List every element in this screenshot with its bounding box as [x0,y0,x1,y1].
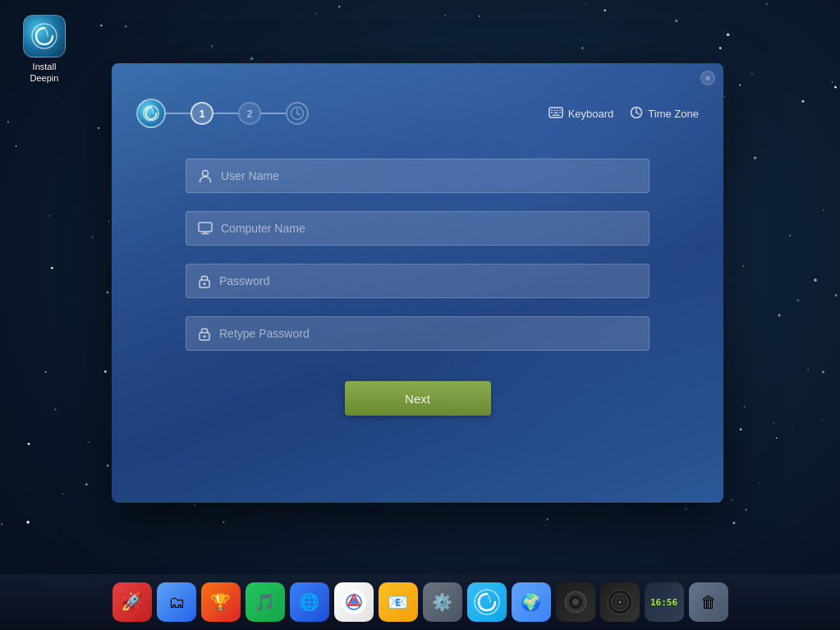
timezone-button[interactable]: Time Zone [630,106,699,122]
music-icon: 🎵 [255,592,275,612]
svg-rect-11 [553,112,558,113]
titlebar: × [112,63,723,93]
computername-group [186,211,650,246]
svg-rect-10 [551,112,553,113]
trash-icon: 🗑 [700,593,717,612]
keyboard-button[interactable]: Keyboard [549,107,614,121]
form-area: Next [112,134,723,440]
dock-item-clock[interactable]: 16:56 [645,582,684,622]
dock-item-mail[interactable]: 📧 [379,582,418,622]
finder-icon: 🗂 [168,593,185,612]
clock-icon [630,106,643,122]
dock-item-virtual[interactable] [556,582,595,622]
app-icon-image [23,15,66,57]
dock-item-vinyl[interactable] [600,582,640,622]
svg-point-36 [618,601,621,604]
timezone-label: Time Zone [648,108,699,120]
user-icon [198,168,213,183]
step-indicator: 1 2 [136,99,549,128]
dock-item-trash[interactable]: 🗑 [689,582,728,622]
dock-item-chrome[interactable] [334,582,374,622]
svg-rect-7 [553,109,555,111]
svg-rect-9 [559,109,561,111]
step-logo [136,99,166,128]
clock-time: 16:56 [650,597,677,608]
step-line-3 [261,113,286,114]
next-btn-wrapper: Next [186,381,650,416]
svg-rect-13 [552,114,559,116]
step-1: 1 [190,102,213,125]
dock-item-music[interactable]: 🎵 [246,582,285,622]
step-clock [286,102,309,125]
dialog-header: 1 2 [112,93,723,134]
vinyl-icon [607,589,633,615]
dock-item-settings[interactable]: ⚙️ [423,582,462,622]
chrome-icon [341,589,367,615]
svg-rect-6 [551,109,553,111]
taskbar: 🚀 🗂 🏆 🎵 🌐 📧 ⚙️ [0,574,840,630]
svg-line-16 [636,113,640,114]
header-actions: Keyboard Time Zone [549,106,699,122]
install-dialog: × 1 2 [112,63,723,503]
step-line-2 [213,113,238,114]
svg-rect-8 [557,109,558,111]
dock-item-game[interactable]: 🏆 [201,582,241,622]
lock-icon [198,274,211,288]
dock-item-rocket[interactable]: 🚀 [112,582,152,622]
step-line-1 [166,113,190,114]
computername-input[interactable] [221,222,637,235]
svg-point-22 [204,283,206,285]
username-input[interactable] [221,169,637,182]
virtual-icon [564,591,587,614]
svg-rect-12 [559,112,561,113]
dock-item-browser[interactable]: 🌐 [290,582,329,622]
settings-icon: ⚙️ [432,592,452,612]
next-button[interactable]: Next [345,381,491,416]
app-icon-label: Install Deepin [30,61,59,85]
close-button[interactable]: × [700,71,715,85]
lock2-icon [198,326,211,341]
svg-line-4 [297,113,301,115]
password-group [186,264,650,298]
dock-item-deepin[interactable] [467,582,507,622]
dock-item-world[interactable]: 🌍 [512,582,551,622]
password-input[interactable] [219,274,637,287]
svg-point-31 [572,599,579,605]
world-icon: 🌍 [521,592,541,612]
retype-password-group [186,316,650,351]
svg-point-24 [204,335,206,338]
svg-point-17 [203,171,209,177]
keyboard-label: Keyboard [568,108,614,120]
keyboard-icon [549,107,563,121]
rocket-icon: 🚀 [121,591,143,613]
mail-icon: 📧 [388,592,408,612]
retype-password-input[interactable] [219,327,637,340]
step-2: 2 [238,102,261,125]
dock-item-finder[interactable]: 🗂 [157,582,196,622]
install-deepin-icon[interactable]: Install Deepin [15,15,74,85]
deepin-dock-icon [472,587,502,617]
game-icon: 🏆 [210,592,231,612]
username-group [186,159,650,193]
svg-rect-18 [199,223,212,232]
computer-icon [198,222,213,235]
globe-icon: 🌐 [299,592,319,612]
